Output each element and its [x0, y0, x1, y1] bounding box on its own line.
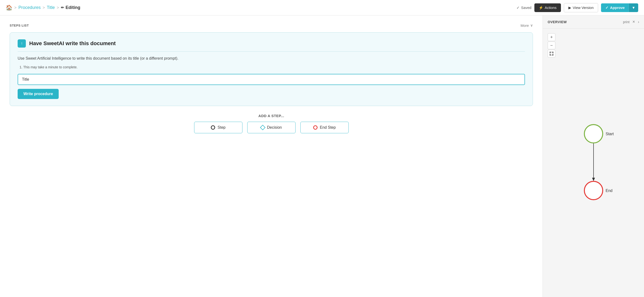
- saved-check-icon: ✓: [516, 6, 520, 10]
- view-version-icon: ▶: [568, 6, 571, 10]
- overview-diagram: + −: [543, 28, 644, 297]
- navbar-actions: ✓ Saved ⚡ Actions ▶ View Version ✓ Appro…: [516, 3, 638, 12]
- saved-text: Saved: [521, 6, 532, 10]
- decision-btn-label: Decision: [267, 125, 282, 130]
- fit-view-button[interactable]: [548, 50, 556, 58]
- approve-dropdown-icon: ▼: [632, 6, 635, 10]
- add-decision-button[interactable]: Decision: [247, 122, 296, 133]
- breadcrumb-procedures[interactable]: Procedures: [18, 5, 40, 10]
- diagram-area: Start End: [548, 33, 639, 292]
- sweetai-icon: ↑: [18, 39, 26, 48]
- editing-label: Editing: [66, 5, 80, 10]
- add-end-step-button[interactable]: End Step: [300, 122, 349, 133]
- step-radio-icon: [211, 125, 215, 130]
- svg-text:End: End: [606, 188, 612, 193]
- write-procedure-button[interactable]: Write procedure: [18, 89, 59, 99]
- svg-point-11: [584, 181, 603, 200]
- right-panel: OVERVIEW print × › + −: [542, 16, 644, 297]
- svg-text:Start: Start: [606, 132, 614, 136]
- zoom-controls: + −: [548, 33, 556, 58]
- actions-label: Actions: [545, 6, 556, 10]
- lightning-icon: ⚡: [539, 6, 543, 10]
- approve-button[interactable]: ✓ Approve: [601, 4, 629, 12]
- add-step-section: ADD A STEP... Step Decision End Step: [10, 114, 533, 133]
- steps-list-header: STEPS LIST More ∨: [10, 23, 533, 28]
- add-step-button[interactable]: Step: [194, 122, 242, 133]
- svg-point-8: [584, 124, 603, 143]
- sweetai-card: ↑ Have SweetAI write this document Use S…: [10, 32, 533, 106]
- step-btn-label: Step: [218, 125, 226, 130]
- view-version-label: View Version: [573, 6, 594, 10]
- breadcrumb-separator-1: >: [14, 6, 16, 10]
- expand-overview-button[interactable]: ›: [638, 20, 639, 24]
- breadcrumb-separator-2: >: [42, 6, 45, 10]
- approve-group: ✓ Approve ▼: [601, 4, 638, 12]
- edit-pen-icon: ✏: [61, 5, 64, 10]
- home-icon[interactable]: 🏠: [6, 4, 12, 11]
- step-buttons: Step Decision End Step: [10, 122, 533, 133]
- navbar: 🏠 > Procedures > Title > ✏ Editing ✓ Sav…: [0, 0, 644, 16]
- add-step-label: ADD A STEP...: [10, 114, 533, 118]
- left-panel: STEPS LIST More ∨ ↑ Have SweetAI write t…: [0, 16, 542, 297]
- overview-header: OVERVIEW print × ›: [543, 16, 644, 28]
- flow-diagram: Start End: [567, 119, 620, 211]
- print-button[interactable]: print: [623, 20, 630, 24]
- breadcrumb-separator-3: >: [57, 6, 59, 10]
- saved-status: ✓ Saved: [516, 6, 532, 10]
- end-step-btn-label: End Step: [320, 125, 336, 130]
- zoom-in-button[interactable]: +: [548, 33, 556, 41]
- decision-diamond-icon: [260, 125, 266, 130]
- sweetai-card-title: Have SweetAI write this document: [29, 40, 116, 46]
- breadcrumb-title[interactable]: Title: [47, 5, 55, 10]
- approve-check-icon: ✓: [605, 6, 608, 10]
- sweetai-card-description: Use Sweet Artificial Intelligence to wri…: [18, 56, 525, 61]
- sweetai-card-note: 1. This may take a minute to complete.: [18, 65, 525, 69]
- close-overview-button[interactable]: ×: [632, 19, 635, 24]
- view-version-button[interactable]: ▶ View Version: [564, 3, 598, 12]
- sweetai-card-header: ↑ Have SweetAI write this document: [18, 39, 525, 52]
- overview-header-actions: print × ›: [623, 19, 639, 24]
- approve-label: Approve: [610, 6, 625, 10]
- overview-title: OVERVIEW: [548, 20, 567, 24]
- main-content: STEPS LIST More ∨ ↑ Have SweetAI write t…: [0, 16, 644, 297]
- breadcrumb-editing: ✏ Editing: [61, 5, 80, 10]
- more-chevron-icon: ∨: [530, 23, 533, 28]
- sweetai-prompt-input[interactable]: [18, 74, 525, 85]
- steps-list-title: STEPS LIST: [10, 24, 29, 27]
- approve-dropdown-button[interactable]: ▼: [628, 4, 638, 12]
- more-label: More: [520, 24, 529, 28]
- zoom-out-button[interactable]: −: [548, 42, 556, 49]
- actions-button[interactable]: ⚡ Actions: [534, 4, 561, 12]
- breadcrumb: 🏠 > Procedures > Title > ✏ Editing: [6, 4, 80, 11]
- end-step-circle-icon: [313, 125, 318, 130]
- svg-marker-10: [592, 178, 595, 181]
- more-button[interactable]: More ∨: [520, 23, 533, 28]
